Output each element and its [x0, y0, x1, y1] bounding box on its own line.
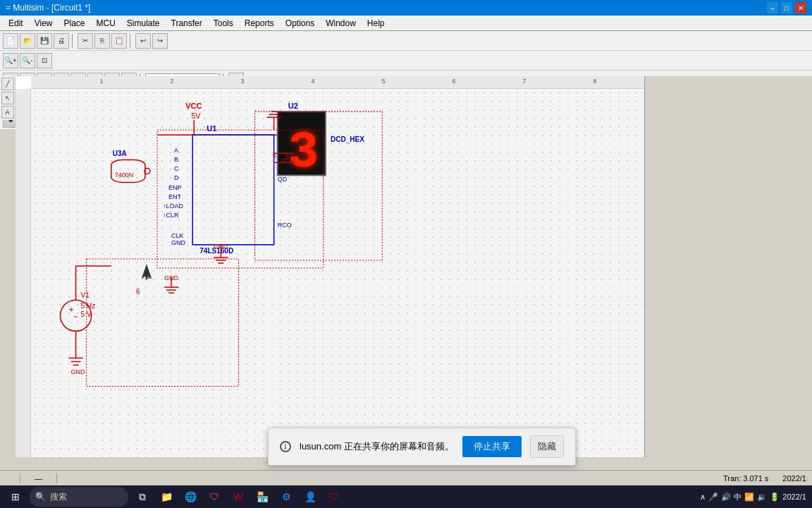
paste-btn[interactable]: 📋 [111, 33, 127, 49]
open-btn[interactable]: 📂 [20, 33, 35, 49]
menu-help[interactable]: Help [362, 17, 390, 30]
svg-text:GND: GND [214, 243, 228, 250]
svg-text:B: B [174, 156, 178, 163]
svg-text:VCC: VCC [278, 138, 292, 145]
speaker-icon[interactable]: 🔊 [721, 492, 731, 502]
copy-btn[interactable]: ⎘ [94, 33, 110, 49]
svg-text:QA: QA [278, 147, 287, 155]
windows-start-btn[interactable]: ⊞ [6, 487, 25, 507]
u1-chip-box [192, 135, 273, 245]
close-btn[interactable]: ✕ [795, 2, 806, 13]
menu-simulate[interactable]: Simulate [121, 17, 166, 30]
text-tool[interactable]: A [1, 106, 14, 119]
store-btn[interactable]: 🏪 [252, 487, 272, 507]
svg-text:A: A [174, 147, 178, 154]
status-right: Tran: 3.071 s [723, 474, 768, 483]
search-label: 搜索 [50, 491, 67, 503]
undo-btn[interactable]: ↩ [135, 33, 151, 49]
right-panel [644, 76, 812, 457]
new-btn[interactable]: 📄 [3, 33, 18, 49]
search-btn[interactable]: 🔍 搜索 [30, 487, 128, 507]
menu-options[interactable]: Options [280, 17, 320, 30]
window-controls[interactable]: – □ ✕ [767, 2, 806, 13]
svg-text:QB: QB [278, 157, 287, 164]
svg-text:QC: QC [278, 166, 288, 173]
svg-text:6: 6 [136, 288, 140, 296]
menu-window[interactable]: Window [320, 17, 362, 30]
maximize-btn[interactable]: □ [781, 2, 792, 13]
redo-btn[interactable]: ↪ [152, 33, 168, 49]
zoom-in-btn[interactable]: 🔍+ [3, 53, 18, 68]
ruler-label-2: 2 [170, 78, 173, 85]
antivirus-btn[interactable]: 🛡 [324, 487, 344, 507]
ruler-label-3: 3 [240, 78, 244, 85]
schematic-canvas[interactable]: VCC 5V U1 A B C D ENP ENT ↑LOAD ↑CLR CLK… [31, 89, 644, 457]
ime-icon[interactable]: 中 [734, 492, 742, 502]
svg-text:RCO: RCO [278, 222, 292, 229]
avatar-btn[interactable]: 👤 [300, 487, 320, 507]
print-btn[interactable]: 🖨 [54, 33, 69, 49]
ruler-vertical [16, 89, 31, 457]
nand-gate-box [111, 159, 145, 182]
svg-text:74LS160D: 74LS160D [199, 247, 233, 255]
cursor-arrow [142, 265, 152, 280]
shield-btn[interactable]: 🛡 [204, 487, 224, 507]
ruler-label-7: 7 [522, 78, 526, 85]
menu-reports[interactable]: Reports [239, 17, 280, 30]
notification-message: lusun.com 正在共享你的屏幕和音频。 [300, 440, 454, 453]
wifi-icon[interactable]: 📶 [744, 492, 754, 502]
wps-btn[interactable]: W [228, 487, 248, 507]
menu-transfer[interactable]: Transfer [166, 17, 208, 30]
volume-icon[interactable]: 🔉 [757, 492, 767, 502]
menu-place[interactable]: Place [58, 17, 90, 30]
tools-taskbar-btn[interactable]: ⚙ [276, 487, 296, 507]
taskview-btn[interactable]: ⧉ [133, 487, 152, 507]
title-text: = Multisim - [Circuit1 *] [6, 3, 90, 13]
status-sep2 [56, 473, 57, 483]
svg-text:2: 2 [285, 153, 289, 161]
vcc-5v-label: 5V [191, 111, 201, 120]
menubar: Edit View Place MCU Simulate Transfer To… [0, 16, 812, 31]
stop-share-button[interactable]: 停止共享 [462, 436, 522, 457]
svg-text:ENT: ENT [168, 193, 182, 200]
sep2 [130, 34, 133, 48]
save-btn[interactable]: 💾 [37, 33, 52, 49]
svg-text:5: 5 [273, 152, 276, 159]
svg-text:GND: GND [71, 368, 86, 375]
svg-text:3: 3 [281, 157, 285, 164]
svg-text:5 V: 5 V [81, 310, 92, 318]
zoom-out-btn[interactable]: 🔍- [20, 53, 35, 68]
cut-btn[interactable]: ✂ [78, 33, 93, 49]
mic-icon[interactable]: 🎤 [708, 492, 718, 502]
hide-button[interactable]: 隐藏 [530, 435, 564, 458]
menu-edit[interactable]: Edit [3, 17, 29, 30]
svg-text:GND: GND [164, 274, 179, 282]
zoom-fit-btn[interactable]: ⊡ [37, 53, 52, 68]
toolbar-row2: 🔍+ 🔍- ⊡ [0, 51, 812, 71]
status-date: 2022/1 [782, 474, 806, 483]
svg-text:D: D [174, 174, 179, 181]
svg-text:↑CLR: ↑CLR [163, 212, 179, 219]
svg-text:GND: GND [171, 239, 186, 246]
svg-text:U1: U1 [207, 124, 216, 133]
file-explorer-btn[interactable]: 📁 [156, 487, 176, 507]
status-center: — [35, 474, 42, 483]
svg-text:U2: U2 [288, 102, 298, 110]
left-toolbar: ╱ ↖ A [0, 76, 16, 120]
menu-mcu[interactable]: MCU [91, 17, 121, 30]
circuit-boundary-left [87, 259, 239, 387]
titlebar: = Multisim - [Circuit1 *] – □ ✕ [0, 0, 812, 16]
svg-text:C: C [174, 165, 179, 172]
wire-tool[interactable]: ╱ [1, 78, 14, 90]
up-arrow-icon[interactable]: ∧ [700, 492, 706, 502]
minimize-btn[interactable]: – [767, 2, 778, 13]
select-tool[interactable]: ↖ [1, 92, 14, 104]
edge-btn[interactable]: 🌐 [180, 487, 200, 507]
notification-bar: i lusun.com 正在共享你的屏幕和音频。 停止共享 隐藏 [268, 428, 576, 466]
menu-view[interactable]: View [29, 17, 59, 30]
menu-tools[interactable]: Tools [208, 17, 239, 30]
battery-icon[interactable]: 🔋 [770, 492, 780, 502]
svg-text:5 Hz: 5 Hz [81, 302, 96, 310]
ruler-label-1: 1 [99, 78, 103, 85]
seg-display-box [278, 111, 326, 175]
